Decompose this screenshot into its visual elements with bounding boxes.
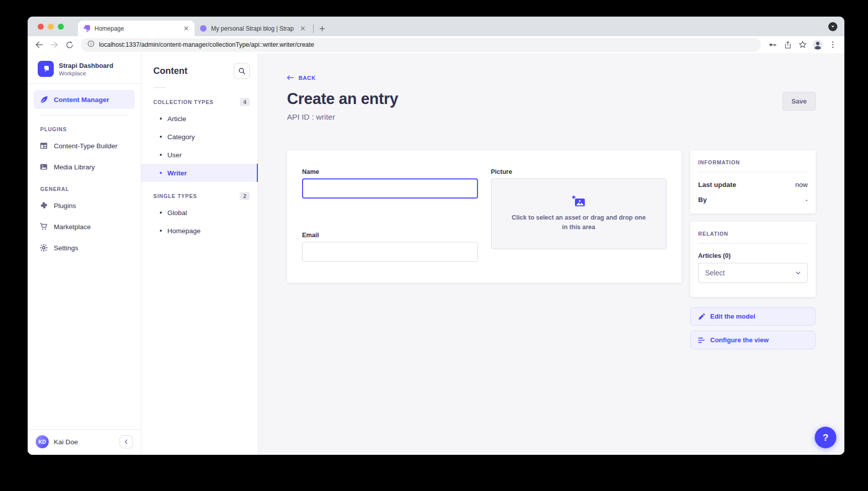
articles-relation-label: Articles (0) [698, 252, 808, 259]
cart-icon [39, 223, 48, 231]
subnav-item-writer[interactable]: Writer [141, 164, 258, 182]
forward-nav-icon[interactable] [47, 38, 61, 52]
single-types-count-badge: 2 [240, 192, 250, 200]
subnav-item-label: Writer [167, 169, 187, 177]
feather-pen-icon [39, 95, 48, 104]
group-label-single-types: SINGLE TYPES [153, 193, 197, 199]
gear-icon [39, 244, 48, 252]
sidebar-item-media-library[interactable]: Media Library [34, 157, 135, 176]
close-tab-icon[interactable] [182, 25, 190, 33]
subnav-item-homepage[interactable]: Homepage [141, 222, 258, 240]
sidebar-item-marketplace[interactable]: Marketplace [34, 217, 135, 236]
layout-icon [39, 142, 48, 150]
entry-form-card: Name Email Picture Click to select an as… [287, 150, 682, 283]
password-key-icon[interactable] [765, 38, 780, 52]
sliders-icon [698, 337, 705, 343]
api-id-subtitle: API ID : writer [287, 113, 398, 122]
tab-search-button[interactable] [828, 22, 837, 31]
content-subnav: Content COLLECTION TYPES 4 Article Categ… [141, 53, 258, 455]
search-button[interactable] [234, 63, 250, 79]
email-input[interactable] [302, 242, 478, 262]
sidebar-item-content-type-builder[interactable]: Content-Type Builder [34, 136, 135, 155]
image-plus-icon [571, 195, 586, 208]
divider [698, 243, 808, 244]
subnav-item-label: Global [167, 209, 187, 217]
bullet-icon [160, 172, 162, 174]
main-content: BACK Create an entry API ID : writer Sav… [258, 53, 844, 455]
url-text: localhost:1337/admin/content-manager/col… [99, 41, 314, 48]
edit-the-model-button[interactable]: Edit the model [690, 307, 816, 326]
back-nav-icon[interactable] [32, 38, 46, 52]
divider [698, 172, 808, 172]
subnav-item-label: User [167, 151, 182, 159]
bookmark-star-icon[interactable] [796, 38, 810, 52]
workspace-brand: Strapi Dashboard Workplace [28, 53, 141, 83]
reload-icon[interactable] [62, 38, 76, 52]
name-field-label: Name [302, 168, 478, 175]
collection-types-count-badge: 4 [240, 98, 250, 106]
image-icon [39, 163, 48, 171]
subnav-item-user[interactable]: User [141, 146, 258, 164]
bullet-icon [160, 230, 162, 232]
profile-avatar-icon[interactable] [811, 38, 825, 52]
page-info-icon[interactable] [87, 40, 94, 49]
tab-strapi-blog[interactable]: My personal Strapi blog | Strap [195, 21, 311, 36]
browser-menu-icon[interactable] [826, 38, 840, 52]
bullet-icon [160, 154, 162, 156]
sidebar-section-general: GENERAL [28, 186, 141, 192]
sidebar-item-content-manager[interactable]: Content Manager [34, 90, 135, 109]
user-name: Kai Doe [54, 438, 115, 446]
user-avatar[interactable]: KD [36, 435, 49, 448]
dropzone-hint: Click to select an asset or drag and dro… [510, 213, 648, 233]
arrow-left-icon [287, 75, 294, 80]
zoom-window-button[interactable] [58, 24, 64, 30]
information-panel-title: INFORMATION [698, 159, 808, 165]
save-button[interactable]: Save [783, 92, 816, 111]
sidebar-item-label: Marketplace [54, 223, 91, 231]
subnav-item-label: Homepage [167, 227, 201, 235]
url-bar[interactable]: localhost:1337/admin/content-manager/col… [81, 38, 761, 52]
page-title: Create an entry [287, 90, 398, 108]
pencil-icon [698, 313, 705, 320]
close-tab-icon[interactable] [299, 25, 307, 33]
picture-dropzone[interactable]: Click to select an asset or drag and dro… [491, 178, 667, 249]
subnav-item-category[interactable]: Category [141, 128, 258, 146]
window-controls [38, 24, 64, 30]
main-sidebar: Strapi Dashboard Workplace Content Manag… [28, 53, 141, 455]
information-panel: INFORMATION Last update now By - [690, 150, 816, 214]
sidebar-item-label: Media Library [54, 163, 95, 171]
group-label-collection-types: COLLECTION TYPES [153, 99, 214, 105]
sidebar-item-label: Settings [54, 244, 78, 252]
bullet-icon [160, 136, 162, 138]
sidebar-item-label: Plugins [54, 202, 76, 210]
collapse-sidebar-button[interactable] [120, 435, 133, 448]
articles-select[interactable]: Select [698, 263, 808, 283]
info-row-by: By - [698, 196, 808, 204]
strapi-favicon-icon [82, 25, 90, 33]
back-link[interactable]: BACK [287, 75, 316, 81]
sidebar-footer: KD Kai Doe [28, 429, 141, 455]
help-button[interactable]: ? [815, 427, 836, 448]
close-window-button[interactable] [38, 24, 44, 30]
share-icon[interactable] [781, 38, 795, 52]
right-panel: INFORMATION Last update now By - RELATIO… [690, 150, 816, 349]
sidebar-item-settings[interactable]: Settings [34, 238, 135, 257]
tab-homepage[interactable]: Homepage [78, 21, 195, 36]
minimize-window-button[interactable] [48, 24, 54, 30]
subnav-item-global[interactable]: Global [141, 204, 258, 222]
new-tab-button[interactable] [316, 22, 329, 35]
subnav-item-article[interactable]: Article [141, 110, 258, 128]
relation-panel-title: RELATION [698, 231, 808, 237]
subnav-item-label: Article [167, 115, 186, 123]
info-row-last-update: Last update now [698, 181, 808, 188]
email-field-label: Email [302, 232, 478, 239]
browser-window: Homepage My personal Strapi blog | Strap [28, 17, 844, 455]
relation-panel: RELATION Articles (0) Select [690, 222, 816, 297]
configure-the-view-button[interactable]: Configure the view [690, 331, 816, 349]
name-input[interactable] [302, 178, 478, 199]
workspace-subtitle: Workplace [59, 70, 113, 76]
bullet-icon [160, 212, 162, 214]
browser-tab-strip: Homepage My personal Strapi blog | Strap [28, 17, 844, 36]
sidebar-item-plugins[interactable]: Plugins [34, 196, 135, 215]
puzzle-icon [39, 202, 48, 210]
